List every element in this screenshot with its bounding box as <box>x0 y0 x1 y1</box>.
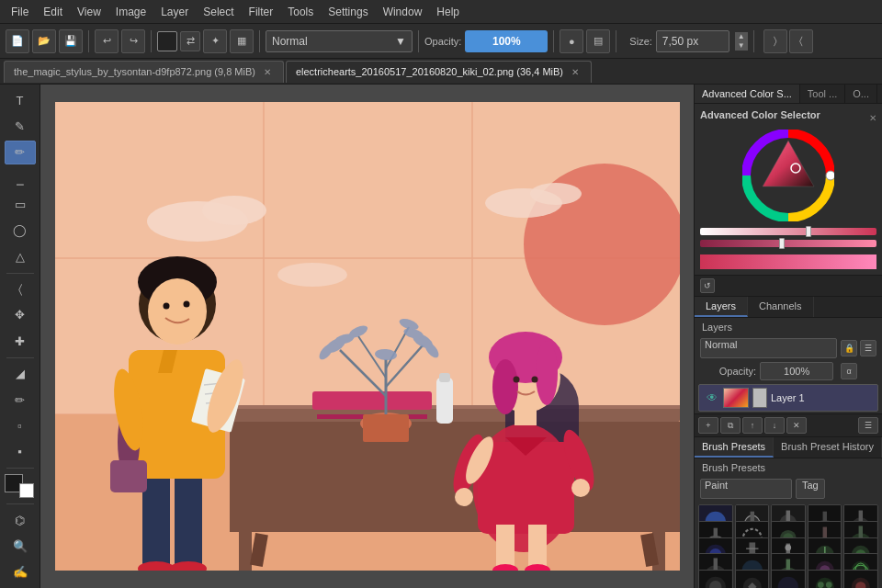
menu-tools[interactable]: Tools <box>280 4 321 20</box>
tab-0-close[interactable]: ✕ <box>261 65 274 78</box>
menu-image[interactable]: Image <box>108 4 153 20</box>
layers-alpha-btn[interactable]: α <box>841 363 857 379</box>
menu-view[interactable]: View <box>70 4 108 20</box>
tool-rect[interactable]: ▭ <box>5 192 36 216</box>
layer-visibility-icon[interactable]: 👁 <box>705 390 719 405</box>
blend-mode-select[interactable]: Normal ▼ <box>266 30 413 52</box>
tool-select[interactable]: ✥ <box>5 303 36 327</box>
color-swap-btn[interactable]: ⇄ <box>180 31 200 51</box>
layer-thumbnail <box>723 388 749 408</box>
slider-thumb-2[interactable] <box>779 238 785 249</box>
brush-tab-presets[interactable]: Brush Presets <box>695 437 774 458</box>
fg-color-btn[interactable] <box>157 31 177 51</box>
pattern-btn[interactable]: ▤ <box>586 29 610 53</box>
size-up[interactable]: ▲ <box>735 32 748 41</box>
layer-delete-btn[interactable]: ✕ <box>786 417 807 434</box>
color-reset-btn[interactable]: ↺ <box>700 278 715 293</box>
layer-menu-btn[interactable]: ☰ <box>858 417 878 434</box>
layer-item-0[interactable]: 👁 Layer 1 <box>698 384 878 412</box>
save-button[interactable]: 💾 <box>59 29 83 53</box>
brush-item-22[interactable] <box>735 570 770 588</box>
opacity-label: Opacity: <box>424 36 461 47</box>
brush-item-24[interactable] <box>808 570 842 588</box>
tool-colorpicker[interactable]: ✏ <box>5 388 36 412</box>
slider-thumb-1[interactable] <box>806 226 811 237</box>
redo-button[interactable]: ↪ <box>121 29 145 53</box>
tool-freehand[interactable]: 〈 <box>5 277 36 300</box>
toolbar-sep-1 <box>88 30 89 52</box>
brush-item-23[interactable] <box>771 570 806 588</box>
size-down[interactable]: ▼ <box>735 41 748 51</box>
tool-text[interactable]: T <box>5 88 36 112</box>
svg-rect-52 <box>496 525 514 571</box>
layers-opacity-value[interactable]: 100% <box>760 362 833 380</box>
open-button[interactable]: 📂 <box>32 29 56 53</box>
menu-file[interactable]: File <box>4 4 36 20</box>
tool-preset-btn[interactable]: ▦ <box>230 29 254 53</box>
tool-paths[interactable]: ⌬ <box>5 508 36 532</box>
canvas-area[interactable] <box>40 85 694 588</box>
tool-sep-3 <box>6 468 34 469</box>
tool-brush[interactable]: ✏ <box>5 141 36 164</box>
undo-button[interactable]: ↩ <box>95 29 119 53</box>
panel-tab-color[interactable]: Advanced Color S... <box>695 85 800 103</box>
color-wheel[interactable] <box>742 130 834 221</box>
menu-help[interactable]: Help <box>429 4 467 20</box>
color-preview-gradient[interactable] <box>700 254 876 269</box>
brush-item-25[interactable] <box>843 570 878 588</box>
tool-ellipse[interactable]: ◯ <box>5 219 36 243</box>
tool-calligraphy[interactable]: ✎ <box>5 114 36 138</box>
brush-direction-btn[interactable]: 〉 <box>763 29 787 53</box>
svg-point-85 <box>826 171 834 180</box>
layers-blend-select[interactable]: Normal <box>700 338 837 358</box>
slider-track-2[interactable] <box>700 240 876 247</box>
opacity-value[interactable]: 100% <box>465 30 548 52</box>
tool-smudge[interactable]: ▪ <box>5 440 36 464</box>
color-picker-btn[interactable]: ✦ <box>203 29 227 53</box>
menu-select[interactable]: Select <box>196 4 241 20</box>
menu-window[interactable]: Window <box>376 4 430 20</box>
menu-filter[interactable]: Filter <box>242 4 281 20</box>
opacity-group: Opacity: 100% <box>424 30 548 52</box>
layers-blend-row: Normal 🔒 ☰ <box>695 336 882 360</box>
brush-item-21[interactable] <box>698 570 733 588</box>
layer-down-btn[interactable]: ↓ <box>764 417 785 434</box>
tool-pan[interactable]: ✍ <box>5 560 36 584</box>
tool-polygon[interactable]: △ <box>5 244 36 268</box>
slider-track-1[interactable] <box>700 228 876 235</box>
menu-settings[interactable]: Settings <box>321 4 375 20</box>
toolbar-sep-7 <box>753 30 754 52</box>
layer-add-btn[interactable]: + <box>698 417 718 434</box>
layers-visibility-btn[interactable]: ☰ <box>860 340 876 356</box>
toolbar-sep-5 <box>553 30 554 52</box>
tab-1-close[interactable]: ✕ <box>569 65 582 78</box>
tab-0[interactable]: the_magic_stylus_by_tysontan-d9fp872.png… <box>4 61 284 83</box>
tool-move[interactable]: ✚ <box>5 329 36 353</box>
layers-tab-channels[interactable]: Channels <box>748 297 813 317</box>
size-value[interactable]: 7,50 px <box>656 30 729 52</box>
menu-edit[interactable]: Edit <box>36 4 70 20</box>
panel-tab-other[interactable]: O... <box>845 85 877 103</box>
tool-eraser[interactable]: ▫ <box>5 413 36 437</box>
mirror-btn[interactable]: 〈 <box>789 29 813 53</box>
color-selector-close[interactable]: ✕ <box>869 113 876 123</box>
tool-line[interactable]: ⎯ <box>5 166 36 190</box>
layers-tab-layers[interactable]: Layers <box>695 297 748 317</box>
brush-tag-btn[interactable]: Tag <box>796 479 825 499</box>
layer-up-btn[interactable]: ↑ <box>742 417 763 434</box>
layers-lock-btn[interactable]: 🔒 <box>841 340 857 356</box>
brush-type-select[interactable]: Paint <box>700 479 792 499</box>
new-button[interactable]: 📄 <box>6 29 29 53</box>
menu-layer[interactable]: Layer <box>153 4 196 20</box>
layer-copy-btn[interactable]: ⧉ <box>720 417 741 434</box>
brush-tab-history[interactable]: Brush Preset History <box>774 437 882 458</box>
tool-zoom[interactable]: 🔍 <box>5 534 36 558</box>
tab-1[interactable]: electrichearts_20160517_20160820_kiki_02… <box>286 61 592 83</box>
color-wheel-container[interactable] <box>700 130 876 221</box>
size-stepper[interactable]: ▲ ▼ <box>735 32 748 51</box>
brush-settings-btn[interactable]: ● <box>560 29 583 53</box>
background-color[interactable] <box>19 483 34 498</box>
panel-tab-tool[interactable]: Tool ... <box>800 85 845 103</box>
tool-fill[interactable]: ◢ <box>5 361 36 385</box>
layers-bottom-bar: + ⧉ ↑ ↓ ✕ ☰ <box>695 413 882 436</box>
